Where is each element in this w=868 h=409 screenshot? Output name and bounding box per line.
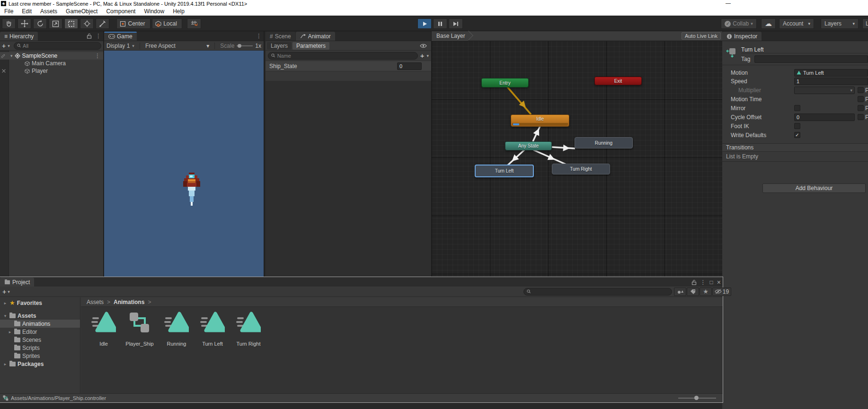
aspect-dropdown[interactable]: Free Aspect	[145, 43, 176, 49]
game-viewport[interactable]	[104, 51, 264, 277]
scale-tool-button[interactable]	[49, 18, 62, 29]
speed-field[interactable]	[794, 78, 868, 85]
add-behaviour-button[interactable]: Add Behaviour	[762, 183, 866, 193]
parameter-search[interactable]	[268, 52, 418, 60]
project-search-input[interactable]	[533, 289, 669, 295]
menu-component[interactable]: Component	[102, 8, 140, 15]
transitions-header[interactable]: Transitions	[722, 143, 868, 152]
layout-dropdown[interactable]: L	[862, 18, 868, 29]
auto-live-link-button[interactable]: Auto Live Link	[682, 32, 721, 40]
display-dropdown[interactable]: Display 1	[106, 43, 130, 49]
state-name-field[interactable]	[741, 46, 868, 53]
menu-help[interactable]: Help	[168, 8, 189, 15]
custom-tools-button[interactable]	[96, 18, 109, 29]
project-menu-icon[interactable]: ⋮	[700, 279, 706, 286]
state-node-idle[interactable]: Idle	[511, 114, 569, 127]
multiplier-dropdown[interactable]: ▾	[794, 87, 855, 94]
parameter-search-input[interactable]	[277, 53, 415, 59]
project-create-dropdown-icon[interactable]: ▾	[8, 289, 10, 294]
pivot-mode-button[interactable]: Center	[116, 18, 151, 29]
scale-slider[interactable]	[237, 45, 253, 46]
tab-project[interactable]: Project	[0, 278, 34, 287]
asset-item-idle[interactable]: Idle	[86, 312, 122, 347]
tree-item-editor[interactable]: ▸ Editor	[0, 328, 80, 336]
tab-animator[interactable]: Animator	[296, 32, 335, 41]
hierarchy-item-main-camera[interactable]: Main Camera	[0, 60, 103, 67]
maximize-icon[interactable]: □	[710, 279, 713, 286]
state-node-exit[interactable]: Exit	[594, 77, 642, 85]
search-by-label-button[interactable]	[687, 287, 699, 296]
favorite-search-button[interactable]: ★	[700, 287, 712, 296]
display-dropdown-icon[interactable]: ▾	[132, 44, 134, 48]
rotate-tool-button[interactable]	[33, 18, 47, 29]
parameters-tab[interactable]: Parameters	[292, 42, 329, 50]
project-search[interactable]	[523, 288, 672, 296]
animator-graph-canvas[interactable]: Entry Exit Idle Any State Running Turn L…	[432, 41, 722, 277]
asset-item-running[interactable]: Running	[159, 312, 195, 347]
grid-snap-button[interactable]	[187, 18, 201, 29]
move-tool-button[interactable]	[18, 18, 31, 29]
multiplier-param-checkbox[interactable]	[858, 87, 864, 93]
thumbnail-size-slider[interactable]	[678, 398, 716, 399]
pause-button[interactable]	[433, 18, 447, 29]
breadcrumb-assets[interactable]: Assets	[87, 299, 104, 305]
scene-menu-icon[interactable]: ⋮	[95, 52, 100, 59]
cycle-offset-field[interactable]	[794, 113, 855, 121]
hierarchy-item-player[interactable]: Player	[0, 67, 103, 75]
tree-item-scripts[interactable]: Scripts	[0, 344, 80, 352]
hierarchy-search-input[interactable]	[23, 43, 98, 49]
state-node-turn-left[interactable]: Turn Left	[475, 165, 534, 177]
breadcrumb-animations[interactable]: Animations	[114, 299, 144, 305]
unlock-icon[interactable]	[87, 33, 92, 39]
collab-button[interactable]: ✓ Collab ▾	[721, 18, 757, 29]
tree-item-packages[interactable]: ▸ Packages	[0, 360, 80, 368]
scene-visibility-icon[interactable]	[1, 53, 6, 58]
tree-item-assets[interactable]: ▾ Assets	[0, 312, 80, 320]
step-button[interactable]	[449, 18, 463, 29]
close-icon[interactable]: ×	[717, 278, 721, 286]
cloud-button[interactable]: ☁	[761, 18, 776, 29]
state-node-any-state[interactable]: Any State	[505, 141, 552, 150]
hand-tool-button[interactable]	[2, 18, 16, 29]
rect-tool-button[interactable]	[64, 18, 78, 29]
breadcrumb-base-layer[interactable]: Base Layer	[432, 31, 468, 41]
motion-object-field[interactable]: Turn Left	[794, 69, 868, 77]
tree-item-animations[interactable]: Animations	[0, 320, 80, 328]
game-menu-icon[interactable]: ⋮	[256, 33, 262, 39]
handle-space-button[interactable]: Local	[152, 18, 182, 29]
write-defaults-checkbox[interactable]: ✓	[794, 132, 800, 138]
mirror-param-checkbox[interactable]	[858, 105, 864, 111]
unlock-icon[interactable]	[691, 279, 697, 285]
foot-ik-checkbox[interactable]	[794, 123, 800, 129]
hidden-count-button[interactable]: 19	[712, 287, 731, 296]
tab-inspector[interactable]: Inspector	[722, 32, 762, 41]
layers-dropdown[interactable]: Layers ▾	[821, 18, 859, 29]
cycle-offset-param-checkbox[interactable]	[858, 114, 864, 120]
account-dropdown[interactable]: Account ▾	[779, 18, 814, 29]
layers-tab[interactable]: Layers	[267, 42, 292, 50]
hierarchy-item-scene[interactable]: ▾ SampleScene ⋮	[0, 52, 103, 60]
tree-item-scenes[interactable]: Scenes	[0, 336, 80, 344]
state-node-running[interactable]: Running	[575, 137, 633, 148]
tag-field[interactable]	[754, 55, 868, 63]
hierarchy-search[interactable]	[14, 42, 101, 50]
state-node-turn-right[interactable]: Turn Right	[552, 164, 610, 174]
menu-window[interactable]: Window	[140, 8, 168, 15]
add-parameter-dropdown-icon[interactable]: ▾	[426, 53, 429, 58]
tree-item-sprites[interactable]: Sprites	[0, 352, 80, 360]
foldout-icon[interactable]: ▾	[10, 53, 13, 58]
tab-scene[interactable]: # Scene	[266, 32, 295, 41]
state-node-entry[interactable]: Entry	[481, 78, 529, 87]
tab-game[interactable]: Game	[104, 32, 137, 41]
picking-disabled-icon[interactable]	[1, 69, 6, 73]
aspect-dropdown-icon[interactable]: ▾	[178, 43, 209, 49]
parameter-value-field[interactable]	[397, 62, 422, 70]
asset-item-turn-right[interactable]: Turn Right	[230, 312, 266, 347]
hierarchy-menu-icon[interactable]: ⋮	[96, 33, 101, 39]
motion-time-param-checkbox[interactable]	[858, 96, 864, 102]
transform-tool-button[interactable]	[80, 18, 94, 29]
menu-assets[interactable]: Assets	[36, 8, 62, 15]
tree-item-favorites[interactable]: ▸ ★ Favorites	[0, 299, 80, 307]
menu-gameobject[interactable]: GameObject	[62, 8, 102, 15]
search-by-type-button[interactable]	[674, 287, 686, 296]
